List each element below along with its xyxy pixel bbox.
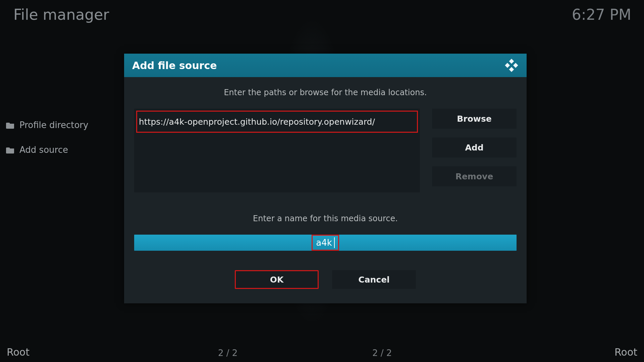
cancel-button[interactable]: Cancel — [332, 270, 416, 289]
list-item[interactable]: Profile directory — [6, 113, 88, 137]
remove-button: Remove — [432, 166, 517, 186]
path-value: https://a4k-openproject.github.io/reposi… — [139, 117, 375, 127]
paths-list[interactable]: https://a4k-openproject.github.io/reposi… — [134, 109, 420, 192]
source-name-highlight: a4k — [312, 235, 339, 251]
footer-left-count: 2 / 2 — [218, 348, 237, 358]
text-caret — [334, 237, 335, 248]
add-file-source-dialog: Add file source Enter the paths or brows… — [124, 54, 527, 303]
svg-rect-3 — [509, 67, 514, 72]
footer-right-label: Root — [614, 346, 637, 358]
page-title: File manager — [13, 6, 109, 23]
path-input[interactable]: https://a4k-openproject.github.io/reposi… — [136, 111, 418, 133]
clock: 6:27 PM — [572, 6, 631, 23]
footer-left-label: Root — [7, 346, 30, 358]
folder-icon — [6, 146, 15, 153]
add-button[interactable]: Add — [432, 137, 517, 158]
browse-button[interactable]: Browse — [432, 109, 517, 129]
svg-rect-2 — [513, 63, 518, 68]
footer-right-count: 2 / 2 — [372, 348, 392, 358]
svg-rect-1 — [505, 63, 510, 68]
list-item-label: Add source — [19, 145, 68, 155]
footer: Root 2 / 2 2 / 2 Root — [0, 338, 644, 358]
left-file-list: Profile directory Add source — [6, 113, 88, 162]
source-name-value: a4k — [316, 238, 332, 248]
list-item-label: Profile directory — [19, 120, 88, 130]
source-name-input[interactable]: a4k — [134, 235, 517, 251]
ok-button[interactable]: OK — [235, 270, 319, 289]
paths-instruction: Enter the paths or browse for the media … — [134, 88, 517, 97]
name-instruction: Enter a name for this media source. — [134, 214, 517, 223]
dialog-title: Add file source — [132, 60, 217, 71]
svg-rect-0 — [509, 59, 514, 64]
list-item[interactable]: Add source — [6, 137, 88, 162]
dialog-titlebar: Add file source — [124, 54, 527, 77]
kodi-logo-icon — [504, 58, 519, 72]
folder-icon — [6, 122, 15, 128]
